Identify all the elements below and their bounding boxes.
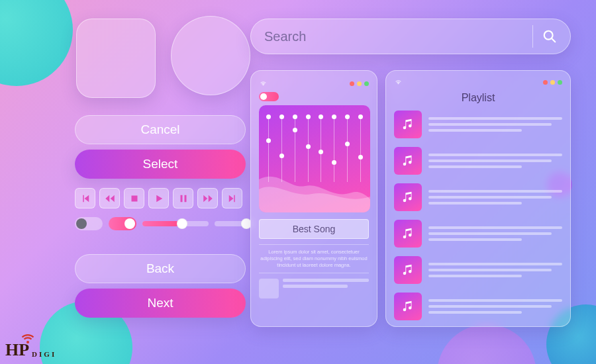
track-text-placeholder — [428, 293, 562, 320]
playlist-item[interactable] — [394, 147, 562, 175]
media-controls — [75, 188, 242, 208]
window-dots — [350, 81, 369, 86]
skip-end-button[interactable] — [222, 188, 242, 208]
music-note-icon — [394, 220, 422, 248]
forward-icon — [202, 193, 214, 205]
brand-logo: HP DIGI — [5, 340, 56, 360]
music-player-card: Best Song Lorem ipsum dolor sit amet, co… — [250, 70, 377, 327]
svg-line-1 — [552, 38, 555, 42]
song-description: Lorem ipsum dolor sit amet, consectetuer… — [259, 244, 369, 273]
search-input[interactable] — [264, 29, 523, 44]
svg-rect-3 — [180, 195, 182, 202]
equalizer[interactable] — [259, 105, 370, 212]
rewind-button[interactable] — [99, 188, 120, 208]
search-icon[interactable] — [542, 29, 557, 44]
track-text-placeholder — [428, 220, 562, 248]
music-note-icon — [394, 293, 422, 320]
card-titlebar — [259, 79, 369, 88]
pause-button[interactable] — [173, 188, 193, 208]
playlist-title: Playlist — [394, 92, 562, 104]
rewind-icon — [104, 193, 116, 205]
text-placeholder — [283, 279, 369, 288]
play-button[interactable] — [148, 188, 169, 208]
play-icon — [153, 193, 165, 205]
toggle-on[interactable] — [109, 217, 136, 230]
search-bar[interactable] — [250, 19, 571, 54]
next-button[interactable]: Next — [75, 289, 246, 318]
music-note-icon — [394, 256, 422, 284]
wifi-icon — [394, 79, 403, 85]
skip-start-icon — [79, 193, 91, 205]
track-text-placeholder — [428, 111, 562, 138]
skip-start-button[interactable] — [75, 188, 95, 208]
svg-rect-4 — [184, 195, 186, 202]
track-text-placeholder — [428, 256, 562, 284]
playlist-item[interactable] — [394, 220, 562, 248]
sample-square-card — [76, 19, 156, 98]
stop-icon — [128, 193, 140, 205]
toggle-off[interactable] — [75, 217, 103, 230]
sample-circle-card — [171, 16, 250, 95]
card-titlebar — [394, 79, 562, 85]
progress-slider[interactable] — [142, 221, 209, 226]
track-text-placeholder — [428, 147, 562, 175]
window-dots — [543, 80, 562, 85]
skip-end-icon — [226, 193, 238, 205]
playlist-item[interactable] — [394, 111, 562, 138]
logo-sub: DIGI — [32, 350, 56, 358]
select-button[interactable]: Select — [75, 150, 246, 179]
bg-decor-circle — [0, 0, 73, 86]
thumbnail-placeholder — [259, 279, 279, 298]
small-slider[interactable] — [215, 221, 250, 226]
logo-wifi-icon — [20, 332, 36, 344]
song-detail-stub — [259, 279, 369, 298]
track-text-placeholder — [428, 183, 562, 211]
wifi-icon — [259, 80, 268, 87]
music-note-icon — [394, 111, 422, 138]
card-toggle[interactable] — [259, 92, 279, 101]
svg-rect-2 — [131, 195, 137, 201]
back-button[interactable]: Back — [75, 254, 246, 283]
divider — [532, 25, 533, 48]
forward-button[interactable] — [197, 188, 218, 208]
control-row — [75, 217, 250, 230]
stop-button[interactable] — [124, 188, 144, 208]
playlist-item[interactable] — [394, 293, 562, 320]
bg-decor-circle — [437, 324, 536, 364]
music-note-icon — [394, 147, 422, 175]
playlist-item[interactable] — [394, 183, 562, 211]
song-title: Best Song — [259, 219, 369, 239]
waveform-icon — [259, 166, 370, 212]
playlist-item[interactable] — [394, 256, 562, 284]
playlist-card: Playlist — [385, 70, 571, 327]
music-note-icon — [394, 183, 422, 211]
cancel-button[interactable]: Cancel — [75, 115, 246, 144]
pause-icon — [177, 193, 189, 205]
